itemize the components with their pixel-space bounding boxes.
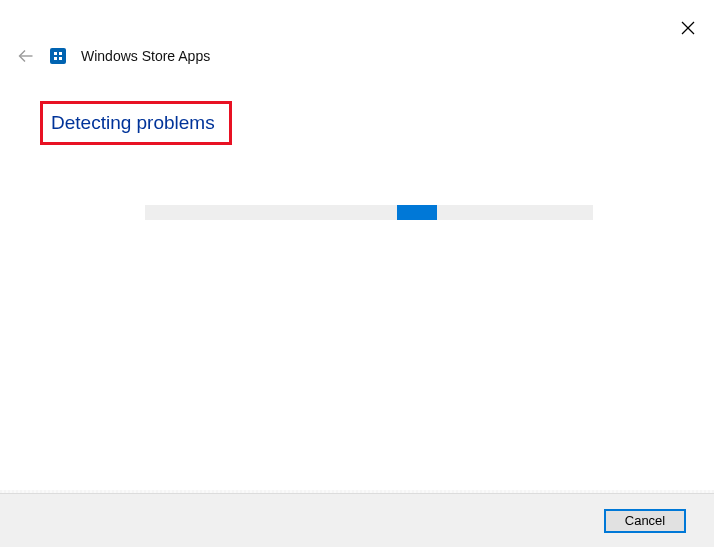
- back-button[interactable]: [17, 47, 35, 65]
- cancel-button[interactable]: Cancel: [604, 509, 686, 533]
- status-text: Detecting problems: [51, 112, 215, 134]
- close-icon: [681, 21, 695, 35]
- window-title: Windows Store Apps: [81, 48, 210, 64]
- progress-indicator: [397, 205, 437, 220]
- progress-bar: [145, 205, 593, 220]
- arrow-left-icon: [17, 47, 35, 65]
- footer: Cancel: [0, 493, 714, 547]
- status-highlight: Detecting problems: [40, 101, 232, 145]
- windows-store-icon: [49, 47, 67, 65]
- close-button[interactable]: [678, 18, 698, 38]
- header: Windows Store Apps: [17, 47, 210, 65]
